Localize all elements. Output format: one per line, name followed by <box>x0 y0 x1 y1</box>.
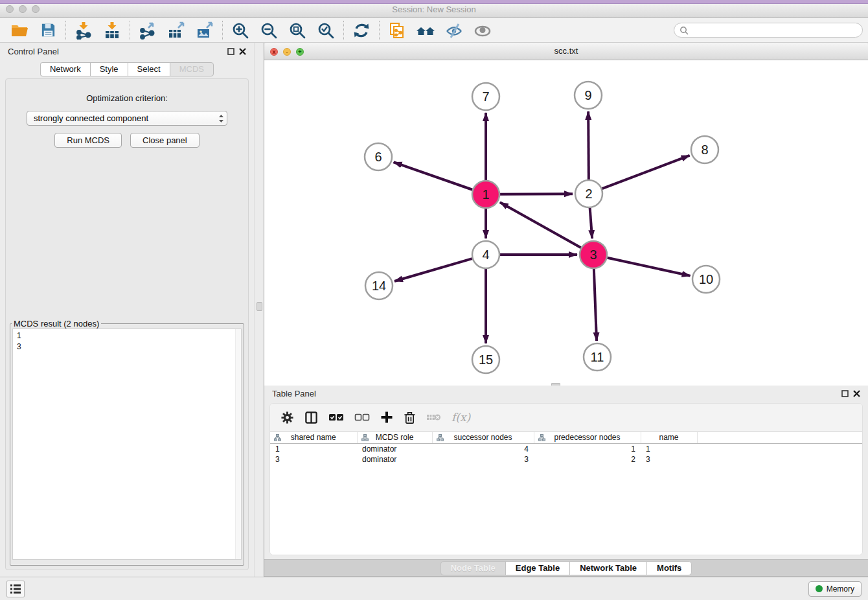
graph-edge-3-10[interactable] <box>607 258 690 276</box>
mcds-result-group: MCDS result (2 nodes) 1 3 <box>10 319 244 566</box>
export-table-button[interactable] <box>162 20 190 41</box>
deselect-all-icon[interactable] <box>354 412 370 422</box>
column-header-name[interactable]: name <box>641 432 697 444</box>
show-columns-icon[interactable] <box>304 411 318 424</box>
column-header-successor-nodes[interactable]: successor nodes <box>432 432 534 444</box>
mcds-result-text[interactable]: 1 3 <box>12 329 242 560</box>
show-all-networks-button[interactable] <box>411 20 440 41</box>
graph-edge-2-9[interactable] <box>588 111 589 179</box>
tab-motifs[interactable]: Motifs <box>646 561 692 575</box>
cell-successor-nodes[interactable]: 3 <box>432 454 534 465</box>
panel-divider[interactable] <box>254 43 264 577</box>
graph-edge-4-14[interactable] <box>394 259 472 281</box>
table-row[interactable]: 1 dominator 4 1 1 <box>270 444 862 454</box>
cell-successor-nodes[interactable]: 4 <box>432 444 534 454</box>
float-panel-icon[interactable] <box>227 48 234 55</box>
table-panel-title: Table Panel <box>272 389 316 398</box>
export-network-button[interactable] <box>133 20 162 41</box>
window-title: Session: New Session <box>0 0 868 19</box>
divider-handle[interactable] <box>257 302 262 311</box>
table-empty-area <box>270 465 862 555</box>
tab-network[interactable]: Network <box>40 62 90 76</box>
task-history-button[interactable] <box>6 581 25 597</box>
graph-node-label-11: 11 <box>591 350 604 364</box>
close-panel-icon[interactable] <box>239 48 246 55</box>
zoom-selected-button[interactable] <box>312 20 340 41</box>
network-close-button[interactable]: x <box>270 48 278 56</box>
cell-predecessor-nodes[interactable]: 2 <box>534 454 641 465</box>
add-row-plus-icon[interactable] <box>380 411 393 424</box>
function-builder-icon[interactable]: f(x) <box>451 411 470 424</box>
open-session-button[interactable] <box>5 20 34 41</box>
selected-option: strongly connected component <box>34 113 218 123</box>
export-network-icon <box>139 21 157 40</box>
zoom-fit-icon <box>288 21 306 40</box>
export-image-icon <box>196 21 214 40</box>
window-titlebar: Session: New Session <box>0 0 868 18</box>
attribute-icon <box>274 434 281 441</box>
window-zoom-button[interactable] <box>32 5 40 13</box>
network-window-title: scc.txt <box>264 43 868 60</box>
zoom-in-button[interactable] <box>226 20 255 41</box>
attribute-icon <box>538 434 545 441</box>
table-row[interactable]: 3 dominator 3 2 3 <box>270 454 862 465</box>
memory-button[interactable]: Memory <box>808 581 862 597</box>
cell-predecessor-nodes[interactable]: 1 <box>534 444 641 454</box>
zoom-fit-button[interactable] <box>283 20 312 41</box>
column-header-predecessor-nodes[interactable]: predecessor nodes <box>534 432 641 444</box>
cell-mcds-role[interactable]: dominator <box>357 444 432 454</box>
search-field[interactable] <box>674 23 863 38</box>
column-header-shared-name[interactable]: shared name <box>270 432 357 444</box>
window-close-button[interactable] <box>6 5 14 13</box>
select-all-icon[interactable] <box>328 412 344 422</box>
tab-select[interactable]: Select <box>128 62 170 76</box>
save-icon <box>40 21 57 39</box>
tab-edge-table[interactable]: Edge Table <box>505 561 569 575</box>
delete-column-icon[interactable] <box>426 412 441 422</box>
column-header-mcds-role[interactable]: MCDS role <box>357 432 432 444</box>
tab-node-table[interactable]: Node Table <box>440 561 505 575</box>
network-minimize-button[interactable]: - <box>283 48 291 56</box>
search-input[interactable] <box>689 26 857 35</box>
birds-eye-view-button[interactable] <box>468 20 497 41</box>
graph-edge-3-11[interactable] <box>594 269 597 341</box>
result-scrollbar[interactable] <box>235 329 241 559</box>
optimization-criterion-select[interactable]: strongly connected component <box>27 111 227 126</box>
network-canvas[interactable]: 7968124314101511 <box>264 60 868 386</box>
float-panel-icon[interactable] <box>841 390 849 397</box>
graph-edge-3-1[interactable] <box>500 202 581 248</box>
network-window-titlebar: x - + scc.txt <box>264 43 868 60</box>
run-mcds-button[interactable]: Run MCDS <box>54 133 122 148</box>
graph-edge-2-3[interactable] <box>590 208 593 238</box>
tab-network-table[interactable]: Network Table <box>569 561 646 575</box>
table-options-gear-icon[interactable] <box>280 411 294 424</box>
close-panel-button[interactable]: Close panel <box>130 133 200 148</box>
graph-node-label-2: 2 <box>585 187 592 201</box>
tab-style[interactable]: Style <box>90 62 128 76</box>
cell-name[interactable]: 3 <box>641 454 697 465</box>
window-minimize-button[interactable] <box>19 5 27 13</box>
network-zoom-button[interactable]: + <box>296 48 304 56</box>
table-panel: Table Panel f(x) <box>264 386 868 577</box>
save-session-button[interactable] <box>34 20 62 41</box>
close-panel-icon[interactable] <box>853 390 860 397</box>
import-network-button[interactable] <box>69 20 98 41</box>
memory-status-dot <box>816 585 823 592</box>
cell-mcds-role[interactable]: dominator <box>357 454 432 465</box>
delete-row-trash-icon[interactable] <box>404 411 416 424</box>
cell-shared-name[interactable]: 3 <box>270 454 357 465</box>
graph-edge-1-2[interactable] <box>500 194 573 194</box>
hide-graphics-details-button[interactable] <box>440 20 468 41</box>
export-image-button[interactable] <box>190 20 219 41</box>
zoom-out-button[interactable] <box>255 20 283 41</box>
open-folder-icon <box>10 21 29 40</box>
refresh-button[interactable] <box>347 20 376 41</box>
cell-shared-name[interactable]: 1 <box>270 444 357 454</box>
cell-name[interactable]: 1 <box>641 444 697 454</box>
import-table-button[interactable] <box>98 20 126 41</box>
clone-network-button[interactable] <box>383 20 411 41</box>
graph-edge-1-6[interactable] <box>394 162 473 189</box>
tab-mcds[interactable]: MCDS <box>170 62 214 76</box>
graph-edge-2-8[interactable] <box>602 156 690 189</box>
network-window: x - + scc.txt 7968124314101511 <box>264 43 868 384</box>
